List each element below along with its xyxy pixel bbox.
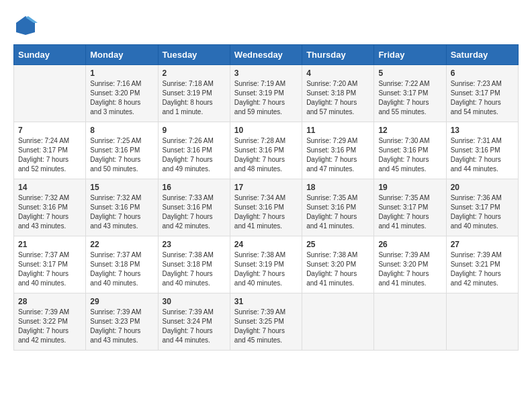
- day-info: Sunrise: 7:34 AM Sunset: 3:16 PM Dayligh…: [234, 193, 298, 231]
- day-number: 30: [163, 297, 226, 306]
- day-info: Sunrise: 7:16 AM Sunset: 3:20 PM Dayligh…: [90, 79, 153, 117]
- day-number: 28: [18, 297, 81, 306]
- day-cell: 10Sunrise: 7:28 AM Sunset: 3:16 PM Dayli…: [230, 122, 302, 179]
- week-row-4: 21Sunrise: 7:37 AM Sunset: 3:17 PM Dayli…: [14, 236, 519, 293]
- header-row: SundayMondayTuesdayWednesdayThursdayFrid…: [14, 45, 519, 65]
- header-cell-thursday: Thursday: [302, 45, 374, 65]
- day-cell: 8Sunrise: 7:25 AM Sunset: 3:16 PM Daylig…: [86, 122, 158, 179]
- day-info: Sunrise: 7:39 AM Sunset: 3:21 PM Dayligh…: [451, 250, 514, 288]
- day-number: 7: [18, 126, 81, 135]
- day-number: 18: [306, 183, 369, 192]
- day-cell: 26Sunrise: 7:39 AM Sunset: 3:20 PM Dayli…: [374, 236, 446, 293]
- day-info: Sunrise: 7:22 AM Sunset: 3:17 PM Dayligh…: [378, 79, 441, 117]
- day-info: Sunrise: 7:30 AM Sunset: 3:16 PM Dayligh…: [378, 136, 441, 174]
- day-info: Sunrise: 7:32 AM Sunset: 3:16 PM Dayligh…: [90, 193, 153, 231]
- day-number: 31: [234, 297, 298, 306]
- day-cell: 13Sunrise: 7:31 AM Sunset: 3:16 PM Dayli…: [446, 122, 518, 179]
- day-cell: 19Sunrise: 7:35 AM Sunset: 3:17 PM Dayli…: [374, 179, 446, 236]
- day-number: 24: [234, 240, 298, 249]
- day-number: 11: [306, 126, 369, 135]
- day-info: Sunrise: 7:39 AM Sunset: 3:25 PM Dayligh…: [234, 308, 298, 345]
- day-cell: [446, 293, 518, 351]
- page-header: [13, 13, 519, 38]
- day-cell: 16Sunrise: 7:33 AM Sunset: 3:16 PM Dayli…: [158, 179, 230, 236]
- week-row-3: 14Sunrise: 7:32 AM Sunset: 3:16 PM Dayli…: [14, 179, 519, 236]
- day-cell: 17Sunrise: 7:34 AM Sunset: 3:16 PM Dayli…: [230, 179, 302, 236]
- day-info: Sunrise: 7:18 AM Sunset: 3:19 PM Dayligh…: [163, 79, 226, 117]
- day-info: Sunrise: 7:35 AM Sunset: 3:17 PM Dayligh…: [378, 193, 441, 231]
- day-number: 16: [163, 183, 226, 192]
- day-number: 6: [451, 68, 514, 78]
- day-info: Sunrise: 7:35 AM Sunset: 3:16 PM Dayligh…: [306, 193, 369, 231]
- day-info: Sunrise: 7:32 AM Sunset: 3:16 PM Dayligh…: [18, 193, 81, 231]
- week-row-1: 1Sunrise: 7:16 AM Sunset: 3:20 PM Daylig…: [14, 65, 519, 122]
- day-cell: 25Sunrise: 7:38 AM Sunset: 3:20 PM Dayli…: [302, 236, 374, 293]
- day-number: 1: [90, 68, 153, 78]
- day-number: 5: [378, 68, 441, 78]
- week-row-2: 7Sunrise: 7:24 AM Sunset: 3:17 PM Daylig…: [14, 122, 519, 179]
- day-info: Sunrise: 7:38 AM Sunset: 3:19 PM Dayligh…: [234, 250, 298, 288]
- day-cell: 14Sunrise: 7:32 AM Sunset: 3:16 PM Dayli…: [14, 179, 86, 236]
- day-cell: 12Sunrise: 7:30 AM Sunset: 3:16 PM Dayli…: [374, 122, 446, 179]
- day-number: 14: [18, 183, 81, 192]
- day-info: Sunrise: 7:39 AM Sunset: 3:24 PM Dayligh…: [163, 308, 226, 345]
- day-cell: 2Sunrise: 7:18 AM Sunset: 3:19 PM Daylig…: [158, 65, 230, 122]
- day-cell: 20Sunrise: 7:36 AM Sunset: 3:17 PM Dayli…: [446, 179, 518, 236]
- week-row-5: 28Sunrise: 7:39 AM Sunset: 3:22 PM Dayli…: [14, 293, 519, 351]
- calendar-header: SundayMondayTuesdayWednesdayThursdayFrid…: [14, 45, 519, 65]
- day-number: 21: [18, 240, 81, 249]
- day-info: Sunrise: 7:37 AM Sunset: 3:17 PM Dayligh…: [18, 250, 81, 288]
- day-number: 9: [163, 126, 226, 135]
- day-info: Sunrise: 7:38 AM Sunset: 3:18 PM Dayligh…: [163, 250, 226, 288]
- day-cell: 6Sunrise: 7:23 AM Sunset: 3:17 PM Daylig…: [446, 65, 518, 122]
- day-info: Sunrise: 7:24 AM Sunset: 3:17 PM Dayligh…: [18, 136, 81, 174]
- day-info: Sunrise: 7:39 AM Sunset: 3:20 PM Dayligh…: [378, 250, 441, 288]
- day-info: Sunrise: 7:23 AM Sunset: 3:17 PM Dayligh…: [451, 79, 514, 117]
- day-cell: 18Sunrise: 7:35 AM Sunset: 3:16 PM Dayli…: [302, 179, 374, 236]
- day-info: Sunrise: 7:39 AM Sunset: 3:22 PM Dayligh…: [18, 308, 81, 345]
- day-cell: 15Sunrise: 7:32 AM Sunset: 3:16 PM Dayli…: [86, 179, 158, 236]
- day-cell: 24Sunrise: 7:38 AM Sunset: 3:19 PM Dayli…: [230, 236, 302, 293]
- day-info: Sunrise: 7:29 AM Sunset: 3:16 PM Dayligh…: [306, 136, 369, 174]
- day-info: Sunrise: 7:39 AM Sunset: 3:23 PM Dayligh…: [90, 308, 153, 345]
- day-number: 13: [451, 126, 514, 135]
- calendar-body: 1Sunrise: 7:16 AM Sunset: 3:20 PM Daylig…: [14, 65, 519, 351]
- day-info: Sunrise: 7:20 AM Sunset: 3:18 PM Dayligh…: [306, 79, 369, 117]
- day-cell: 30Sunrise: 7:39 AM Sunset: 3:24 PM Dayli…: [158, 293, 230, 351]
- day-cell: 7Sunrise: 7:24 AM Sunset: 3:17 PM Daylig…: [14, 122, 86, 179]
- day-cell: 3Sunrise: 7:19 AM Sunset: 3:19 PM Daylig…: [230, 65, 302, 122]
- day-info: Sunrise: 7:19 AM Sunset: 3:19 PM Dayligh…: [234, 79, 298, 117]
- day-info: Sunrise: 7:33 AM Sunset: 3:16 PM Dayligh…: [163, 193, 226, 231]
- header-cell-monday: Monday: [86, 45, 158, 65]
- header-cell-tuesday: Tuesday: [158, 45, 230, 65]
- day-number: 26: [378, 240, 441, 249]
- day-cell: 31Sunrise: 7:39 AM Sunset: 3:25 PM Dayli…: [230, 293, 302, 351]
- day-cell: 1Sunrise: 7:16 AM Sunset: 3:20 PM Daylig…: [86, 65, 158, 122]
- day-cell: 27Sunrise: 7:39 AM Sunset: 3:21 PM Dayli…: [446, 236, 518, 293]
- day-number: 3: [234, 68, 298, 78]
- day-number: 4: [306, 68, 369, 78]
- day-number: 25: [306, 240, 369, 249]
- day-info: Sunrise: 7:25 AM Sunset: 3:16 PM Dayligh…: [90, 136, 153, 174]
- day-cell: 29Sunrise: 7:39 AM Sunset: 3:23 PM Dayli…: [86, 293, 158, 351]
- day-number: 23: [163, 240, 226, 249]
- day-info: Sunrise: 7:37 AM Sunset: 3:18 PM Dayligh…: [90, 250, 153, 288]
- day-number: 8: [90, 126, 153, 135]
- day-number: 10: [234, 126, 298, 135]
- day-cell: 21Sunrise: 7:37 AM Sunset: 3:17 PM Dayli…: [14, 236, 86, 293]
- day-cell: 23Sunrise: 7:38 AM Sunset: 3:18 PM Dayli…: [158, 236, 230, 293]
- day-number: 22: [90, 240, 153, 249]
- day-info: Sunrise: 7:36 AM Sunset: 3:17 PM Dayligh…: [451, 193, 514, 231]
- logo: [13, 13, 40, 38]
- day-number: 15: [90, 183, 153, 192]
- calendar-table: SundayMondayTuesdayWednesdayThursdayFrid…: [13, 44, 519, 351]
- day-info: Sunrise: 7:31 AM Sunset: 3:16 PM Dayligh…: [451, 136, 514, 174]
- day-cell: 28Sunrise: 7:39 AM Sunset: 3:22 PM Dayli…: [14, 293, 86, 351]
- day-number: 17: [234, 183, 298, 192]
- day-cell: 5Sunrise: 7:22 AM Sunset: 3:17 PM Daylig…: [374, 65, 446, 122]
- header-cell-saturday: Saturday: [446, 45, 518, 65]
- day-number: 29: [90, 297, 153, 306]
- day-cell: 4Sunrise: 7:20 AM Sunset: 3:18 PM Daylig…: [302, 65, 374, 122]
- day-info: Sunrise: 7:28 AM Sunset: 3:16 PM Dayligh…: [234, 136, 298, 174]
- day-info: Sunrise: 7:26 AM Sunset: 3:16 PM Dayligh…: [163, 136, 226, 174]
